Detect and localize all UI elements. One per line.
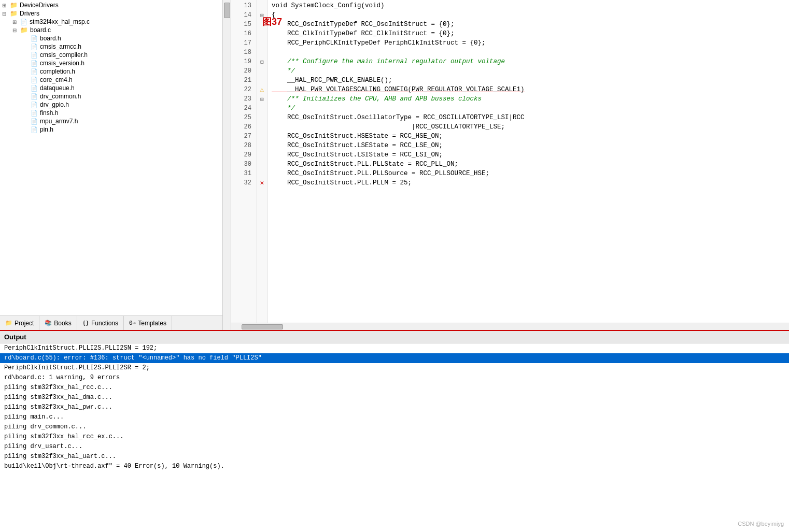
vertical-scrollbar[interactable]	[223, 0, 231, 330]
output-line[interactable]: rd\board.c(55): error: #136: struct "<un…	[0, 353, 789, 363]
code-line[interactable]: RCC_OscInitStruct.OscillatorType = RCC_O…	[272, 113, 789, 122]
tab-bar: 📁Project📚Books{}Functions0→Templates	[0, 315, 222, 330]
expand-icon[interactable]: ⊞	[2, 3, 8, 8]
line-number: 25	[231, 113, 253, 122]
line-number: 31	[231, 169, 253, 178]
code-line[interactable]: void SystemClock_Config(void)	[272, 1, 789, 10]
tab-books[interactable]: 📚Books	[39, 316, 77, 330]
line-number: 18	[231, 48, 253, 57]
code-line[interactable]: RCC_OscInitStruct.PLL.PLLState = RCC_PLL…	[272, 160, 789, 169]
line-marker	[257, 76, 267, 85]
tree-item[interactable]: 📄cmsis_version.h	[0, 59, 222, 67]
line-marker: ⊟	[257, 94, 267, 104]
output-line[interactable]: PeriphClkInitStruct.PLLI2S.PLLI2SN = 192…	[0, 343, 789, 353]
tree-item[interactable]: 📄dataqueue.h	[0, 84, 222, 92]
code-line[interactable]: |RCC_OSCILLATORTYPE_LSE;	[272, 122, 789, 132]
file-tree[interactable]: ⊞📁DeviceDrivers⊟📁Drivers⊞📄stm32f4xx_hal_…	[0, 0, 222, 315]
code-line[interactable]: RCC_ClkInitTypeDef RCC_ClkInitStruct = {…	[272, 29, 789, 38]
tree-item[interactable]: 📄completion.h	[0, 67, 222, 76]
tree-item-label: core_cm4.h	[40, 76, 73, 83]
code-line[interactable]: RCC_OscInitStruct.LSIState = RCC_LSI_ON;	[272, 150, 789, 160]
code-content[interactable]: void SystemClock_Config(void){ RCC_OscIn…	[267, 0, 789, 323]
fold-icon[interactable]: ⊟	[260, 59, 264, 65]
code-text: RCC_OscInitStruct.PLL.PLLSource = RCC_PL…	[272, 169, 489, 178]
line-number: 15	[231, 20, 253, 29]
output-line[interactable]: piling stm32f3xx_hal_rcc.c...	[0, 383, 789, 393]
tree-item[interactable]: 📄board.h	[0, 34, 222, 42]
line-marker: ✕	[257, 178, 267, 188]
line-marker: ⊟	[257, 57, 267, 66]
tab-project[interactable]: 📁Project	[0, 316, 39, 330]
tree-item[interactable]: 📄drv_gpio.h	[0, 100, 222, 109]
output-line[interactable]: rd\board.c: 1 warning, 9 errors	[0, 373, 789, 383]
expand-icon[interactable]: ⊟	[2, 11, 8, 17]
line-marker	[257, 38, 267, 48]
tree-item[interactable]: ⊟📁board.c	[0, 26, 222, 34]
line-marker	[257, 48, 267, 57]
tree-item[interactable]: ⊞📁DeviceDrivers	[0, 1, 222, 9]
tree-item[interactable]: 📄finsh.h	[0, 109, 222, 117]
tree-item[interactable]: 📄drv_common.h	[0, 92, 222, 100]
expand-icon[interactable]: ⊞	[12, 19, 19, 25]
tree-item[interactable]: 📄cmsis_armcc.h	[0, 42, 222, 51]
tree-item[interactable]: ⊞📄stm32f4xx_hal_msp.c	[0, 18, 222, 26]
tree-item[interactable]: 📄cmsis_compiler.h	[0, 51, 222, 59]
output-line[interactable]: piling drv_usart.c...	[0, 442, 789, 452]
line-number: 28	[231, 141, 253, 150]
tab-functions[interactable]: {}Functions	[77, 316, 124, 330]
expand-icon[interactable]: ⊟	[12, 27, 19, 33]
functions-tab-label: Functions	[91, 320, 118, 327]
horizontal-scrollbar[interactable]	[231, 323, 789, 330]
output-line[interactable]: piling stm32f3xx_hal_pwr.c...	[0, 402, 789, 412]
code-line[interactable]: __HAL_RCC_PWR_CLK_ENABLE();	[272, 76, 789, 85]
code-text: RCC_ClkInitTypeDef RCC_ClkInitStruct = {…	[272, 29, 455, 38]
code-line[interactable]: /** Configure the main internal regulato…	[272, 57, 789, 66]
code-line[interactable]: */	[272, 104, 789, 113]
fold-icon[interactable]: ⊟	[260, 96, 264, 103]
tree-item[interactable]: 📄pin.h	[0, 125, 222, 134]
code-line[interactable]: RCC_OscInitStruct.PLL.PLLSource = RCC_PL…	[272, 169, 789, 178]
code-text: /** Initializes the CPU, AHB and APB bus…	[272, 94, 482, 104]
tree-item-label: finsh.h	[40, 109, 58, 117]
code-line[interactable]: {	[272, 10, 789, 20]
code-line[interactable]: __HAL_PWR_VOLTAGESCALING_CONFIG(PWR_REGU…	[272, 85, 789, 94]
output-content[interactable]: PeriphClkInitStruct.PLLI2S.PLLI2SN = 192…	[0, 343, 789, 532]
output-line[interactable]: piling stm32f3xx_hal_uart.c...	[0, 452, 789, 462]
line-number: 22	[231, 85, 253, 94]
code-line[interactable]: RCC_OscInitStruct.HSEState = RCC_HSE_ON;	[272, 132, 789, 141]
project-tab-label: Project	[15, 320, 34, 327]
main-area: ⊞📁DeviceDrivers⊟📁Drivers⊞📄stm32f4xx_hal_…	[0, 0, 789, 330]
code-line[interactable]: RCC_OscInitTypeDef RCC_OscInitStruct = {…	[272, 20, 789, 29]
code-line[interactable]: RCC_OscInitStruct.LSEState = RCC_LSE_ON;	[272, 141, 789, 150]
code-line[interactable]	[272, 48, 789, 57]
output-line[interactable]: PeriphClkInitStruct.PLLI2S.PLLI2SR = 2;	[0, 363, 789, 373]
line-markers: ⊟⊟⚠⊟✕	[257, 0, 267, 323]
folder-icon: 📁	[10, 10, 18, 17]
code-line[interactable]: RCC_PeriphCLKInitTypeDef PeriphClkInitSt…	[272, 38, 789, 48]
code-text: RCC_OscInitStruct.LSEState = RCC_LSE_ON;	[272, 141, 443, 150]
books-tab-icon: 📚	[45, 320, 52, 326]
line-number: 21	[231, 76, 253, 85]
output-line[interactable]: piling stm32f3xx_hal_rcc_ex.c...	[0, 432, 789, 442]
code-line[interactable]: */	[272, 66, 789, 76]
h-file-icon: 📄	[31, 93, 38, 100]
code-line[interactable]: RCC_OscInitStruct.PLL.PLLM = 25;	[272, 178, 789, 188]
code-text: __HAL_PWR_VOLTAGESCALING_CONFIG(PWR_REGU…	[272, 85, 525, 94]
code-text: RCC_OscInitStruct.PLL.PLLM = 25;	[272, 178, 412, 188]
output-line[interactable]: piling main.c...	[0, 412, 789, 422]
templates-tab-label: Templates	[138, 320, 166, 327]
h-scrollbar-thumb[interactable]	[242, 324, 283, 329]
tab-templates[interactable]: 0→Templates	[124, 316, 172, 330]
output-line[interactable]: piling stm32f3xx_hal_dma.c...	[0, 393, 789, 402]
tree-item[interactable]: ⊟📁Drivers	[0, 9, 222, 18]
output-line[interactable]: build\keil\Obj\rt-thread.axf" = 40 Error…	[0, 462, 789, 471]
tree-item[interactable]: 📄mpu_armv7.h	[0, 117, 222, 125]
left-panel: ⊞📁DeviceDrivers⊟📁Drivers⊞📄stm32f4xx_hal_…	[0, 0, 223, 330]
fig-label: 图37	[262, 16, 282, 28]
code-line[interactable]: /** Initializes the CPU, AHB and APB bus…	[272, 94, 789, 104]
scroll-thumb[interactable]	[224, 3, 230, 18]
warning-icon: ⚠	[260, 85, 264, 94]
line-numbers: 1314151617181920212223242526272829303132	[231, 0, 257, 323]
tree-item[interactable]: 📄core_cm4.h	[0, 76, 222, 84]
output-line[interactable]: piling drv_common.c...	[0, 422, 789, 432]
